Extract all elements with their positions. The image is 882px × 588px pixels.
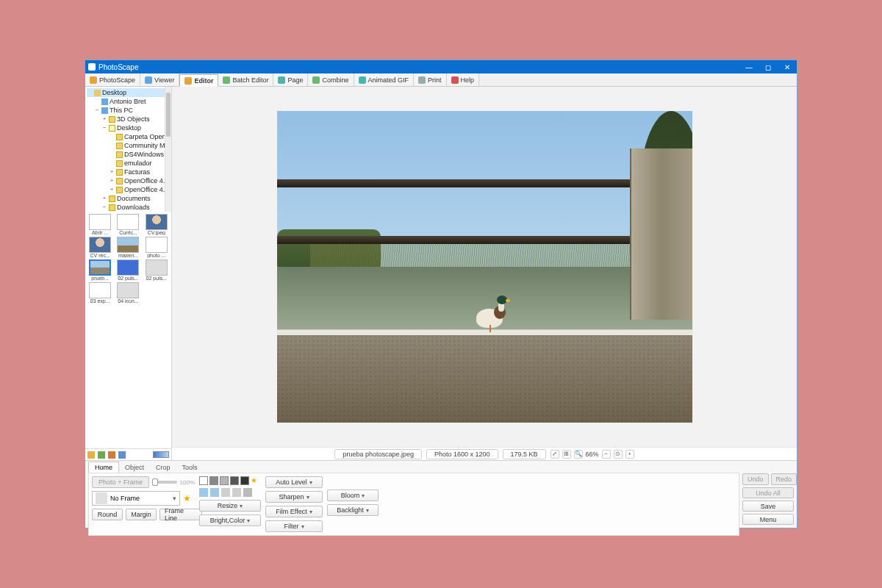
tree-item[interactable]: Antonio Bret [87, 97, 171, 106]
tree-item[interactable]: −Downloads [87, 203, 171, 212]
close-button[interactable]: ✕ [778, 60, 797, 74]
thumbnail-item[interactable]: Abrir ... [87, 214, 113, 235]
tree-item[interactable]: DS4Windows [87, 150, 171, 159]
round-button[interactable]: Round [92, 509, 123, 520]
zoom-out-icon[interactable]: − [602, 450, 611, 459]
thumbnail-item[interactable]: 03 exp... [87, 282, 113, 304]
tree-item[interactable]: +OpenOffice 4. [87, 185, 171, 194]
app-tab-print[interactable]: Print [414, 74, 447, 86]
app-tab-editor[interactable]: Editor [179, 74, 218, 87]
fit-icon[interactable]: ⤢ [551, 450, 559, 459]
refresh-icon[interactable] [98, 451, 105, 459]
canvas[interactable] [172, 87, 797, 447]
photo-preview[interactable] [277, 111, 692, 423]
opacity-slider[interactable] [152, 481, 177, 484]
frameline-button[interactable]: Frame Line [159, 509, 202, 520]
expand-icon[interactable]: − [94, 106, 100, 115]
star-icon[interactable] [108, 451, 115, 459]
thumbnail-item[interactable]: maxen... [115, 237, 141, 258]
flip-v-icon[interactable] [232, 488, 241, 497]
app-tab-combine[interactable]: Combine [308, 74, 354, 86]
minimize-button[interactable]: — [739, 60, 759, 74]
app-tab-photoscape[interactable]: PhotoScape [85, 74, 140, 86]
app-tab-viewer[interactable]: Viewer [140, 74, 179, 86]
expand-icon[interactable]: − [101, 123, 107, 132]
undo-button[interactable]: Undo [742, 473, 769, 485]
thumbnail-item[interactable]: 02 puls... [115, 259, 141, 281]
swatch-1[interactable] [199, 476, 208, 485]
zoom-actual-icon[interactable]: ⊞ [562, 450, 571, 459]
swatch-2[interactable] [209, 476, 218, 485]
tree-item[interactable]: Carpeta Open [87, 132, 171, 141]
tree-item[interactable]: −Desktop [87, 123, 171, 132]
app-tab-batch-editor[interactable]: Batch Editor [218, 74, 273, 86]
thumbnail-item[interactable]: Curric... [115, 214, 141, 235]
zoom-in-icon[interactable]: + [625, 450, 634, 459]
frame-select[interactable]: No Frame ▾ [92, 491, 180, 506]
home-tab-object[interactable]: Object [119, 462, 150, 473]
home-tab-home[interactable]: Home [88, 462, 119, 473]
backlight-button[interactable]: Backlight [327, 504, 379, 516]
thumbnail-item[interactable]: CV.jpeg [143, 214, 170, 235]
app-tab-page[interactable]: Page [273, 74, 308, 86]
photo-frame-button[interactable]: Photo + Frame [92, 476, 149, 488]
tree-item[interactable]: +3D Objects [87, 115, 171, 123]
thumbnail-item[interactable]: 02 puls... [143, 259, 170, 281]
tree-item[interactable]: +Facturas [87, 168, 171, 176]
expand-icon[interactable]: + [109, 168, 115, 176]
margin-button[interactable]: Margin [126, 509, 157, 520]
sharpen-button[interactable]: Sharpen [265, 491, 323, 503]
swatch-4[interactable] [230, 476, 239, 485]
expand-icon[interactable]: + [109, 185, 115, 194]
menu-button[interactable]: Menu [742, 514, 794, 525]
brightcolor-button[interactable]: Bright,Color [199, 514, 261, 526]
tab-label: PhotoScape [99, 76, 135, 84]
tree-scrollbar[interactable] [165, 87, 171, 212]
expand-icon[interactable]: − [101, 203, 107, 212]
plus-icon[interactable] [118, 451, 126, 459]
redo-button[interactable]: Redo [771, 473, 797, 485]
size-slider-icon[interactable] [153, 451, 169, 458]
autolevel-button[interactable]: Auto Level [265, 476, 323, 488]
home-tab-tools[interactable]: Tools [176, 462, 204, 473]
home-tab-crop[interactable]: Crop [150, 462, 176, 473]
swatch-5[interactable] [240, 476, 249, 485]
home-tabs: HomeObjectCropTools [88, 462, 739, 473]
tree-item[interactable]: Community Ma [87, 141, 171, 150]
zoom-100-icon[interactable]: 🔍 [574, 450, 583, 459]
thumbnail-item[interactable]: prueb... [87, 259, 113, 281]
rotate-right-icon[interactable] [210, 488, 219, 497]
resize-button[interactable]: Resize [199, 500, 261, 512]
expand-icon[interactable]: + [101, 194, 107, 203]
save-button[interactable]: Save [742, 501, 794, 512]
tree-item[interactable]: −This PC [87, 106, 171, 115]
favorite-star-icon[interactable]: ★ [183, 493, 191, 503]
thumbnail-item[interactable]: CV rec... [87, 237, 113, 258]
expand-icon[interactable]: + [101, 115, 107, 123]
tree-item[interactable]: +Documents [87, 194, 171, 203]
expand-icon[interactable]: + [109, 176, 115, 185]
app-tab-help[interactable]: Help [447, 74, 480, 86]
home-icon[interactable] [87, 451, 95, 459]
folder-icon [101, 98, 108, 105]
flip-h-icon[interactable] [221, 488, 230, 497]
tree-item[interactable]: emulador [87, 159, 171, 168]
thumbnail-item[interactable]: photo ... [143, 237, 170, 258]
swatch-3[interactable] [220, 476, 229, 485]
undoall-button[interactable]: Undo All [742, 487, 794, 498]
thumbnail-item[interactable]: 04 icon... [115, 282, 141, 304]
app-tab-animated-gif[interactable]: Animated GIF [354, 74, 415, 86]
tree-item[interactable]: +OpenOffice 4. [87, 176, 171, 185]
folder-tree[interactable]: DesktopAntonio Bret−This PC+3D Objects−D… [85, 87, 171, 212]
swatch-star-icon[interactable]: ★ [251, 476, 257, 485]
titlebar[interactable]: PhotoScape — ◻ ✕ [85, 60, 797, 74]
scrollbar-thumb[interactable] [166, 93, 171, 137]
bloom-button[interactable]: Bloom [327, 490, 379, 501]
filter-button[interactable]: Filter [265, 520, 323, 532]
tree-item[interactable]: Desktop [87, 88, 171, 97]
zoom-reset-icon[interactable]: ⊙ [614, 450, 623, 459]
maximize-button[interactable]: ◻ [759, 60, 778, 74]
rotate-left-icon[interactable] [199, 488, 208, 497]
rotate-free-icon[interactable] [243, 488, 252, 497]
filmeffect-button[interactable]: Film Effect [265, 506, 323, 517]
